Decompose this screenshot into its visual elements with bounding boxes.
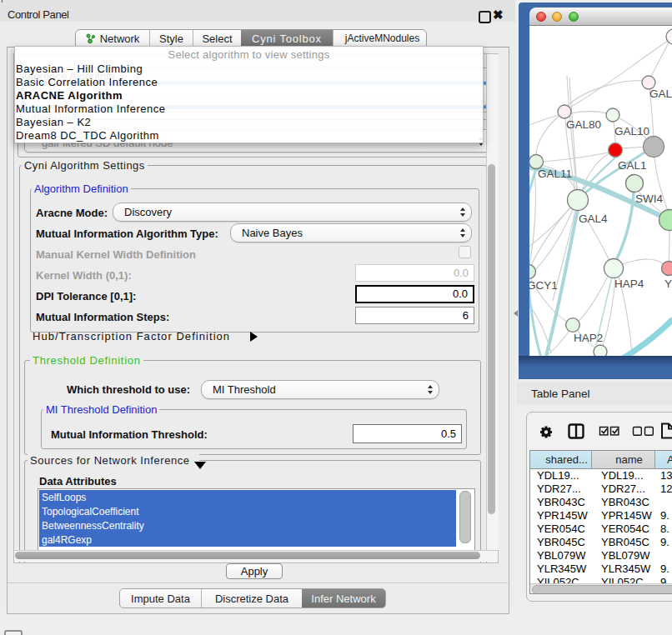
svg-text:SWI4: SWI4 [635, 192, 663, 205]
svg-text:HAP2: HAP2 [574, 332, 603, 344]
svg-text:GAL80: GAL80 [566, 118, 601, 131]
svg-text:GAL11: GAL11 [538, 168, 572, 180]
svg-text:Y: Y [664, 278, 672, 290]
svg-text:GCY1: GCY1 [529, 279, 558, 292]
svg-text:HAP4: HAP4 [614, 278, 644, 290]
svg-text:GAL10: GAL10 [614, 125, 649, 138]
svg-text:GAL1: GAL1 [618, 159, 647, 172]
svg-text:GAL7: GAL7 [649, 88, 672, 100]
svg-text:GAL4: GAL4 [579, 212, 608, 225]
